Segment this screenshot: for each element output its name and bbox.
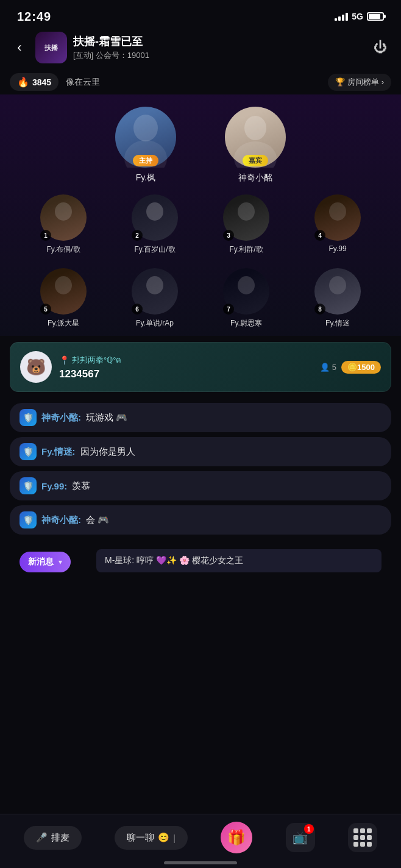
seat-8-num: 8 <box>314 304 325 315</box>
main-performers: 主持 Fy.枫 嘉宾 神奇小酩 <box>0 101 401 186</box>
seat-1-name: Fy.布偶/歌 <box>46 244 80 255</box>
channel-title: 扶摇-霜雪已至 <box>73 34 363 49</box>
gift-button[interactable]: 🎁 <box>221 822 252 853</box>
bottom-toolbar: 🎤 排麦 聊一聊 😊 | 🎁 📺 1 <box>0 814 401 868</box>
seat-4[interactable]: 4 Fy.99 <box>298 194 377 255</box>
channel-subtitle: [互动] 公会号：19001 <box>73 50 363 61</box>
svg-point-4 <box>55 202 72 221</box>
chat-user-2: Fy.情迷: <box>41 446 76 458</box>
svg-point-11 <box>329 276 346 294</box>
channel-avatar: 扶摇 <box>35 32 67 63</box>
gift-icon: 🎁 <box>227 829 246 846</box>
seat-2[interactable]: 2 Fy.百岁山/歌 <box>115 194 194 255</box>
svg-point-0 <box>133 115 158 141</box>
svg-point-5 <box>146 202 163 221</box>
ranking-button[interactable]: 🏆 房间榜单 › <box>328 74 391 91</box>
host-performer[interactable]: 主持 Fy.枫 <box>115 107 176 183</box>
chat-content-2: 因为你是男人 <box>80 446 135 458</box>
song-card[interactable]: 🐻 📍 邦邦两拳°ℚ°ค 1234567 👤 5 🪙1500 <box>10 342 391 392</box>
seat-row-2: 5 Fy.派大星 6 Fy.单说/rAp <box>0 260 401 333</box>
chat-user-3: Fy.99: <box>41 481 67 491</box>
battery-icon <box>367 12 384 21</box>
home-indicator <box>164 861 237 864</box>
svg-point-8 <box>55 276 72 294</box>
power-button[interactable]: ⏻ <box>369 37 391 59</box>
chat-icon-4: 🛡️ <box>20 511 37 528</box>
seat-3[interactable]: 3 Fy.利群/歌 <box>207 194 286 255</box>
host-avatar-wrap: 主持 <box>115 107 176 168</box>
more-button[interactable] <box>348 823 377 852</box>
seat-5-name: Fy.派大星 <box>48 318 79 329</box>
listeners-badge: 👤 5 <box>320 363 336 372</box>
hot-bar: 🔥 3845 像在云里 🏆 房间榜单 › <box>0 69 401 94</box>
chat-label: 聊一聊 <box>127 832 154 844</box>
host-badge: 主持 <box>133 155 158 166</box>
hot-count: 3845 <box>32 77 51 87</box>
mic-label: 排麦 <box>51 832 69 844</box>
status-right: 5G <box>335 12 384 21</box>
song-meta: 👤 5 🪙1500 <box>320 361 381 374</box>
song-info: 📍 邦邦两拳°ℚ°ค 1234567 <box>59 354 313 380</box>
chat-emoji-icon: 😊 <box>158 832 169 843</box>
chat-msg-4: 🛡️ 神奇小酩: 会 🎮 <box>10 505 391 535</box>
coin-badge: 🪙1500 <box>341 361 381 374</box>
seat-8[interactable]: 8 Fy.情迷 <box>298 268 377 329</box>
seat-5[interactable]: 5 Fy.派大星 <box>24 268 103 329</box>
seat-8-name: Fy.情迷 <box>325 318 350 329</box>
ranking-arrow: › <box>381 77 384 87</box>
guest-avatar-wrap: 嘉宾 <box>225 107 286 168</box>
ticker-bar: M-星球: 哼哼 💜✨ 🌸 樱花少女之王 <box>96 549 381 572</box>
svg-point-7 <box>329 202 346 221</box>
chat-content-3: 羡慕 <box>72 480 90 492</box>
seat-4-name: Fy.99 <box>328 244 346 253</box>
seat-1-num: 1 <box>40 230 51 241</box>
guest-performer[interactable]: 嘉宾 神奇小酩 <box>225 107 286 183</box>
seat-7-num: 7 <box>223 304 234 315</box>
new-msg-label: 新消息 <box>28 557 54 567</box>
signal-icon <box>335 12 348 21</box>
trophy-icon: 🏆 <box>335 77 345 87</box>
chat-user-4: 神奇小酩: <box>41 514 81 526</box>
svg-point-9 <box>146 276 163 294</box>
host-name: Fy.枫 <box>136 173 155 183</box>
song-username: 邦邦两拳°ℚ°ค <box>72 354 121 366</box>
chat-button[interactable]: 聊一聊 😊 | <box>115 826 188 850</box>
chat-user-1: 神奇小酩: <box>41 412 81 424</box>
status-time: 12:49 <box>17 10 51 24</box>
guest-badge: 嘉宾 <box>243 155 268 166</box>
seat-3-name: Fy.利群/歌 <box>229 244 263 255</box>
chat-area: 🛡️ 神奇小酩: 玩游戏 🎮 🛡️ Fy.情迷: 因为你是男人 🛡️ Fy.99… <box>0 398 401 544</box>
seat-1[interactable]: 1 Fy.布偶/歌 <box>24 194 103 255</box>
seat-5-num: 5 <box>40 304 51 315</box>
hot-subtitle: 像在云里 <box>66 77 321 88</box>
ranking-label: 房间榜单 <box>347 77 379 88</box>
new-message-bar[interactable]: 新消息 ▾ <box>20 552 71 572</box>
hot-count-badge: 🔥 3845 <box>10 73 59 91</box>
seat-6[interactable]: 6 Fy.单说/rAp <box>115 268 194 329</box>
chat-icon-1: 🛡️ <box>20 409 37 426</box>
song-user-avatar: 🐻 <box>20 351 52 383</box>
status-bar: 12:49 5G <box>0 0 401 29</box>
seat-6-name: Fy.单说/rAp <box>136 318 174 329</box>
svg-point-2 <box>244 116 266 140</box>
song-user: 📍 邦邦两拳°ℚ°ค <box>59 354 313 366</box>
chat-icon-2: 🛡️ <box>20 443 37 460</box>
seat-6-num: 6 <box>132 304 143 315</box>
mic-queue-button[interactable]: 🎤 排麦 <box>24 826 82 850</box>
seat-7-name: Fy.尉思寒 <box>230 318 262 329</box>
back-button[interactable]: ‹ <box>10 40 29 55</box>
header: ‹ 扶摇 扶摇-霜雪已至 [互动] 公会号：19001 ⏻ <box>0 29 401 69</box>
chat-content-1: 玩游戏 🎮 <box>86 412 127 424</box>
video-button[interactable]: 📺 1 <box>286 823 315 852</box>
seat-7[interactable]: 7 Fy.尉思寒 <box>207 268 286 329</box>
svg-point-6 <box>238 202 255 221</box>
pipe-separator: | <box>173 833 176 843</box>
chevron-down-icon: ▾ <box>59 558 62 566</box>
chat-msg-2: 🛡️ Fy.情迷: 因为你是男人 <box>10 437 391 466</box>
grid-icon <box>353 828 372 847</box>
mic-icon: 🎤 <box>36 832 48 843</box>
notification-badge: 1 <box>304 824 314 834</box>
seat-2-name: Fy.百岁山/歌 <box>134 244 175 255</box>
seat-2-num: 2 <box>132 230 143 241</box>
chat-content-4: 会 🎮 <box>86 514 109 526</box>
